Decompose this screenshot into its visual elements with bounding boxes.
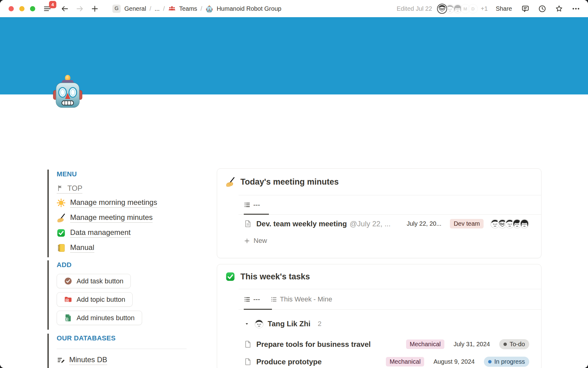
share-button[interactable]: Share (496, 5, 512, 12)
menu-item: Data management (57, 225, 157, 240)
favorite-button[interactable] (555, 5, 563, 13)
topbar-actions: Edited Jul 22 M D +1 Share (397, 4, 580, 14)
menu-section: MENU TOP Manage morning meetings Manage … (47, 170, 157, 257)
breadcrumb-general[interactable]: General (124, 5, 146, 12)
check-mark-icon (225, 272, 235, 282)
collapse-triangle-icon[interactable] (245, 322, 249, 326)
task-group-row: Tang Lik Zhi 2 (217, 310, 541, 335)
meeting-title-suffix: @July 22, ... (350, 220, 391, 228)
task-status-pill[interactable]: In progress (484, 357, 529, 367)
writing-hand-icon (57, 213, 66, 222)
add-minutes-button[interactable]: Add minutes button (57, 311, 142, 325)
back-arrow-icon (61, 5, 69, 13)
notification-badge: 4 (49, 1, 56, 8)
comments-button[interactable] (521, 5, 530, 13)
writing-hand-icon (225, 177, 235, 187)
menu-link-morning-meetings[interactable]: Manage morning meetings (70, 198, 157, 208)
task-check-icon (64, 277, 72, 285)
breadcrumb-teams[interactable]: Teams (179, 5, 197, 12)
face-avatar-icon (254, 319, 264, 328)
page-content: MENU TOP Manage morning meetings Manage … (0, 94, 588, 368)
task-category-tag[interactable]: Mechanical (386, 357, 424, 366)
meeting-date[interactable]: July 22, 20... (407, 220, 441, 227)
task-row[interactable]: Produce prototype Mechanical August 9, 2… (217, 353, 541, 368)
breadcrumb-separator: / (149, 5, 151, 12)
tab-divider (239, 214, 541, 215)
robot-page-icon[interactable] (51, 73, 85, 110)
breadcrumb: General / ... / Teams / Humanoid Robot G… (124, 5, 281, 13)
task-row[interactable]: Prepare tools for business travel Mechan… (217, 335, 541, 353)
meeting-row[interactable]: Dev. team weekly meeting @July 22, ... J… (217, 215, 541, 233)
view-tab-label: This Week - Mine (280, 295, 332, 303)
workspace-badge[interactable]: G (112, 5, 121, 13)
menu-link-meeting-minutes[interactable]: Manage meeting minutes (70, 213, 153, 223)
last-edited-label[interactable]: Edited Jul 22 (397, 5, 432, 12)
task-properties: Mechanical August 9, 2024 In progress (377, 357, 529, 367)
breadcrumb-page[interactable]: Humanoid Robot Group (217, 5, 281, 12)
group-task-count: 2 (318, 320, 322, 328)
new-page-button[interactable] (91, 5, 99, 13)
breadcrumb-ellipsis[interactable]: ... (155, 5, 160, 12)
meeting-minutes-card: Today's meeting minutes --- Dev. team we… (217, 168, 541, 258)
minimize-window-button[interactable] (19, 6, 24, 11)
tasks-card-title[interactable]: This week's tasks (240, 272, 310, 282)
menu-link-data-management[interactable]: Data management (70, 228, 130, 238)
view-tab-label: --- (253, 201, 260, 209)
forward-button[interactable] (76, 5, 84, 13)
task-due-date[interactable]: July 31, 2024 (454, 341, 490, 348)
updates-button[interactable] (538, 5, 546, 13)
list-view-icon (270, 296, 277, 303)
weekly-tasks-card: This week's tasks --- This Week - Mine (217, 264, 541, 368)
menu-link-manual[interactable]: Manual (70, 243, 94, 253)
menu-item: Manual (57, 240, 157, 255)
ledger-icon (57, 243, 66, 252)
divider (57, 349, 187, 349)
back-button[interactable] (61, 5, 69, 13)
minutes-card-title[interactable]: Today's meeting minutes (240, 177, 339, 187)
task-category-tag[interactable]: Mechanical (406, 339, 444, 349)
flag-icon (57, 185, 64, 192)
face-avatar-icon (520, 219, 529, 228)
menu-item: Manage morning meetings (57, 195, 157, 210)
view-tab-default[interactable]: --- (244, 201, 260, 209)
databases-heading: OUR DATABASES (57, 334, 187, 343)
new-button-label: New (254, 237, 267, 245)
close-window-button[interactable] (9, 6, 14, 11)
face-avatar-icon (438, 4, 447, 13)
avatar-initial-d: D (468, 4, 478, 13)
minutes-db-link[interactable]: Minutes DB (69, 355, 107, 365)
add-topic-button[interactable]: Add topic button (57, 292, 133, 307)
view-tab-default[interactable]: --- (244, 295, 260, 303)
forward-arrow-icon (76, 5, 84, 13)
check-mark-icon (57, 228, 66, 237)
add-section: ADD Add task button Add topic button Add… (47, 260, 142, 330)
add-topic-label: Add topic button (77, 296, 125, 304)
top-link[interactable]: TOP (57, 184, 82, 194)
tab-divider (239, 309, 541, 310)
add-task-label: Add task button (77, 277, 123, 285)
sidebar-toggle-button[interactable]: 4 (43, 5, 51, 13)
add-task-button[interactable]: Add task button (57, 274, 131, 288)
active-tab-indicator (244, 214, 269, 215)
task-due-date[interactable]: August 9, 2024 (433, 358, 475, 365)
task-title[interactable]: Prepare tools for business travel (256, 340, 371, 349)
breadcrumb-separator: / (163, 5, 165, 12)
team-tag[interactable]: Dev team (450, 219, 484, 228)
clock-icon (538, 5, 546, 13)
new-meeting-button[interactable]: New (217, 233, 541, 249)
task-status-pill[interactable]: To-do (499, 339, 529, 349)
minutes-doc-icon (64, 314, 72, 322)
task-title[interactable]: Produce prototype (256, 358, 322, 366)
more-options-button[interactable] (572, 5, 580, 13)
attendee-avatars (490, 219, 529, 228)
more-viewers-count[interactable]: +1 (481, 5, 488, 12)
notion-window: 4 G General / ... / Teams / Humanoid Rob… (0, 0, 588, 368)
group-person-name[interactable]: Tang Lik Zhi (268, 320, 311, 328)
viewer-avatars[interactable]: M D (437, 4, 478, 14)
meeting-properties: July 22, 20... Dev team (407, 219, 529, 228)
active-tab-indicator (244, 309, 272, 310)
meeting-title[interactable]: Dev. team weekly meeting (256, 220, 347, 228)
zoom-window-button[interactable] (30, 6, 35, 11)
view-tab-this-week-mine[interactable]: This Week - Mine (270, 295, 332, 303)
menu-item-top: TOP (57, 182, 157, 195)
